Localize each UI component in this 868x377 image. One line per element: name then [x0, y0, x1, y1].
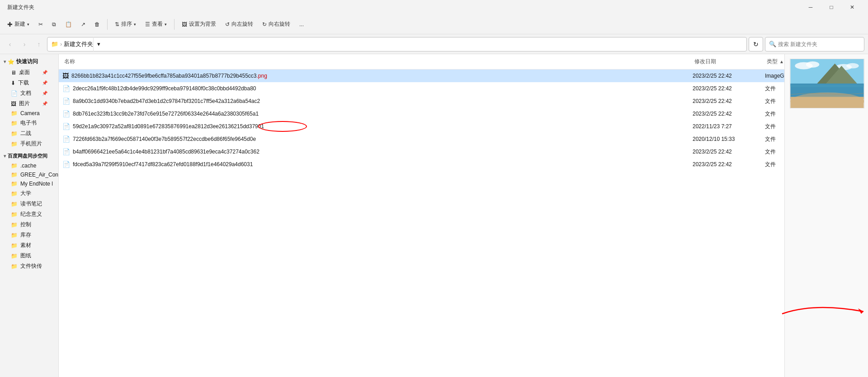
sidebar-item-kucun[interactable]: 📁 库存 — [0, 230, 58, 240]
share-button[interactable]: ↗ — [77, 17, 89, 32]
sidebar-item-phone-photos[interactable]: 📁 手机照片 — [0, 139, 58, 149]
downloads-icon: ⬇ — [11, 80, 15, 86]
pin-icon-desktop: 📌 — [42, 70, 47, 75]
file-name-cell-7: 📄 b4aff06966421ee5a64c1c4e4b81231bf7a408… — [62, 148, 693, 155]
address-bar-area: ‹ › ↑ 📁 › 新建文件夹 ▾ ↻ 🔍 — [0, 34, 868, 54]
sidebar-item-gree[interactable]: 📁 GREE_Air_Con — [0, 170, 58, 179]
table-row[interactable]: 📄 b4aff06966421ee5a64c1c4e4b81231bf7a408… — [59, 145, 868, 158]
table-row[interactable]: 📄 59d2e1a9c30972a52af81d0891e67283587699… — [59, 120, 868, 133]
file-icon-2: 📄 — [62, 85, 70, 92]
copy-button[interactable]: ⧉ — [48, 17, 60, 32]
file-name-cell-8: 📄 fdced5a39a7f299f5910ecf7417df823ca627e… — [62, 161, 693, 168]
sidebar-item-erzhang[interactable]: 📁 二战 — [0, 128, 58, 139]
sidebar-item-ebooks[interactable]: 📁 电子书 — [0, 118, 58, 128]
separator-2 — [174, 19, 175, 30]
rotate-right-button[interactable]: ↻ 向右旋转 — [259, 17, 294, 32]
baidu-header[interactable]: ▾ 百度网盘同步空间 — [0, 151, 58, 161]
table-row[interactable]: 📄 fdced5a39a7f299f5910ecf7417df823ca627e… — [59, 158, 868, 171]
search-input[interactable] — [778, 41, 860, 47]
more-button[interactable]: ... — [296, 17, 307, 32]
close-button[interactable]: ✕ — [842, 0, 863, 14]
refresh-button[interactable]: ↻ — [749, 37, 763, 51]
cut-icon: ✂ — [38, 21, 43, 28]
sucai-label: 素材 — [20, 242, 31, 249]
kongzhi-folder-icon: 📁 — [11, 222, 18, 228]
rotate-left-icon: ↺ — [225, 21, 230, 28]
ebooks-label: 电子书 — [20, 119, 37, 127]
minimize-button[interactable]: ─ — [800, 0, 821, 14]
main-layout: ▾ ⭐ 快速访问 🖥 桌面 📌 ⬇ 下载 📌 📄 文档 📌 🖼 图片 — [0, 54, 868, 377]
sidebar-item-documents[interactable]: 📄 文档 📌 — [0, 88, 58, 98]
cut-button[interactable]: ✂ — [35, 17, 47, 32]
table-row[interactable]: 📄 2decc26a1f9fc48b12db4de99dc9299ff9ceba… — [59, 82, 868, 95]
erzhang-label: 二战 — [20, 130, 31, 137]
endnote-folder-icon: 📁 — [11, 181, 18, 187]
modified-7: 2023/2/25 22:42 — [693, 149, 765, 155]
quick-access-chevron: ▾ — [4, 59, 6, 64]
col-name[interactable]: 名称 — [62, 56, 693, 67]
sidebar-item-daxue[interactable]: 📁 大学 — [0, 188, 58, 199]
sidebar-item-desktop[interactable]: 🖥 桌面 📌 — [0, 67, 58, 78]
table-row[interactable]: 📄 8a9b03c1dd9340b7ebad2b47d3eb1d2c97847b… — [59, 95, 868, 107]
svg-rect-10 — [791, 97, 864, 108]
back-button[interactable]: ‹ — [4, 38, 16, 51]
phone-photos-label: 手机照片 — [20, 140, 42, 148]
camera-folder-icon: 📁 — [11, 110, 18, 116]
table-row[interactable]: 📄 8db761ec323fb13cc9b2e73fd7c6e915e72726… — [59, 107, 868, 120]
downloads-label: 下载 — [18, 79, 29, 87]
rotate-left-button[interactable]: ↺ 向左旋转 — [222, 17, 257, 32]
new-dropdown-icon: ▾ — [27, 22, 29, 27]
col-modified-label: 修改日期 — [694, 58, 716, 65]
quick-access-header[interactable]: ▾ ⭐ 快速访问 — [0, 56, 58, 67]
modified-6: 2020/12/10 15:33 — [693, 136, 765, 142]
cache-label: .cache — [20, 163, 36, 169]
maximize-button[interactable]: □ — [821, 0, 842, 14]
type-sort-arrow: ▲ — [779, 59, 784, 64]
sidebar-item-kongzhi[interactable]: 📁 控制 — [0, 219, 58, 230]
new-button[interactable]: ✚ 新建 ▾ — [4, 17, 33, 32]
sidebar-item-cache[interactable]: 📁 .cache — [0, 161, 58, 170]
sidebar-item-camera[interactable]: 📁 Camera — [0, 109, 58, 118]
file-icon-5: 📄 — [62, 123, 70, 130]
file-name-cell-5: 📄 59d2e1a9c30972a52af81d0891e67283587699… — [62, 123, 693, 130]
file-name-cell-1: 🖼 8266bb1b823a41c1cc427f55e9fbe6cffa785a… — [62, 72, 693, 79]
wenjianquan-label: 文件快传 — [20, 262, 42, 270]
sidebar-item-wenjianquan[interactable]: 📁 文件快传 — [0, 261, 58, 271]
file-icon-8: 📄 — [62, 161, 70, 168]
up-button[interactable]: ↑ — [33, 38, 45, 51]
table-row[interactable]: 📄 7226fd663b2a7f669ec0587140e0f3e7b58955… — [59, 133, 868, 145]
new-icon: ✚ — [7, 21, 13, 28]
sort-button[interactable]: ⇅ 排序 ▾ — [111, 17, 140, 32]
address-dropdown-button[interactable]: ▾ — [93, 37, 104, 51]
paste-button[interactable]: 📋 — [61, 17, 75, 32]
sidebar-item-pictures[interactable]: 🖼 图片 📌 — [0, 98, 58, 109]
baidu-label: 百度网盘同步空间 — [8, 153, 47, 159]
baidu-chevron: ▾ — [4, 154, 6, 158]
file-name-4: 8db761ec323fb13cc9b2e73fd7c6e915e72726f0… — [73, 111, 259, 117]
sidebar-item-sucai[interactable]: 📁 素材 — [0, 240, 58, 251]
svg-point-4 — [846, 63, 859, 69]
sidebar-item-endnote[interactable]: 📁 My EndNote l — [0, 179, 58, 188]
sidebar-item-jinian[interactable]: 📁 纪念意义 — [0, 209, 58, 219]
col-type-label: 类型 — [767, 58, 778, 65]
search-box[interactable]: 🔍 — [765, 37, 864, 51]
sidebar: ▾ ⭐ 快速访问 🖥 桌面 📌 ⬇ 下载 📌 📄 文档 📌 🖼 图片 — [0, 54, 59, 377]
kongzhi-label: 控制 — [20, 221, 31, 228]
view-button[interactable]: ☰ 查看 ▾ — [142, 17, 170, 32]
more-label: ... — [299, 21, 304, 28]
file-icon-4: 📄 — [62, 110, 70, 117]
modified-2: 2023/2/25 22:42 — [693, 85, 765, 92]
delete-button[interactable]: 🗑 — [91, 17, 104, 32]
forward-button[interactable]: › — [18, 38, 31, 51]
address-bar[interactable]: 📁 › 新建文件夹 ▾ — [47, 37, 747, 51]
col-modified[interactable]: 修改日期 — [693, 56, 765, 67]
pictures-label: 图片 — [19, 100, 30, 107]
sidebar-item-downloads[interactable]: ⬇ 下载 📌 — [0, 78, 58, 88]
sort-dropdown-icon: ▾ — [134, 22, 136, 27]
table-row[interactable]: 🖼 8266bb1b823a41c1cc427f55e9fbe6cffa785a… — [59, 70, 868, 82]
ebooks-folder-icon: 📁 — [11, 120, 18, 126]
set-bg-button[interactable]: 🖼 设置为背景 — [178, 17, 220, 32]
sidebar-item-dushubiji[interactable]: 📁 读书笔记 — [0, 199, 58, 209]
gree-folder-icon: 📁 — [11, 172, 18, 178]
sidebar-item-tuzhi[interactable]: 📁 图纸 — [0, 251, 58, 261]
